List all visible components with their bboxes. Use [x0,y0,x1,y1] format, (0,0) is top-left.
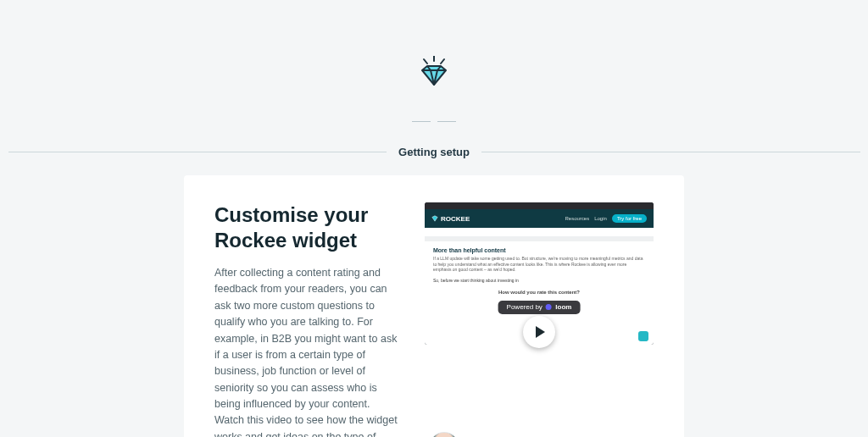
feedback-widget-icon [638,331,648,341]
video-nav-logo: ROCKEE [431,215,470,223]
video-content-blurb: If a LLM update will take some getting u… [433,256,645,273]
intro-card: Customise your Rockee widget After colle… [184,175,684,437]
play-icon[interactable] [523,316,555,348]
intro-body: After collecting a content rating and fe… [214,265,398,437]
loom-icon [546,304,552,310]
video-rate-prompt: How would you rate this content? [433,290,645,296]
section-divider-getting-setup: Getting setup [8,146,860,158]
divider-small [8,110,860,125]
video-nav-resources: Resources [565,216,590,221]
diamond-sparkle-icon [415,56,453,91]
section-label: Getting setup [387,146,481,158]
video-content-heading: More than helpful content [433,246,645,254]
video-content-line2: So, before we start thinking about inves… [433,278,645,284]
powered-by-badge: Powered by loom [498,301,581,314]
intro-video[interactable]: ROCKEE Resources Login Try for free More… [425,202,654,437]
video-nav-login: Login [594,216,607,221]
brand-logo [8,56,860,95]
intro-title: Customise your Rockee widget [214,202,398,253]
presenter-avatar [428,432,460,438]
svg-line-2 [441,59,444,64]
svg-line-1 [424,59,427,64]
video-nav-cta: Try for free [612,214,647,223]
